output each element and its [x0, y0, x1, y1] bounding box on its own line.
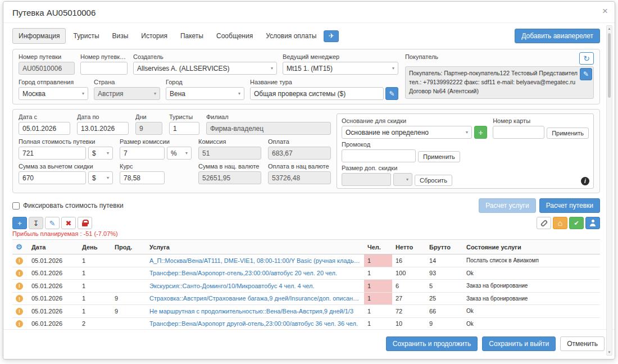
- reset-discount-button[interactable]: Сбросить: [415, 175, 452, 186]
- tourists-list-button[interactable]: [585, 217, 600, 229]
- tab-history[interactable]: История: [135, 29, 173, 43]
- close-icon[interactable]: ×: [602, 6, 608, 16]
- attach-file-button[interactable]: [537, 217, 551, 229]
- buyer-edit-button[interactable]: ✎: [580, 68, 592, 80]
- full-cost-input[interactable]: 721: [19, 147, 86, 160]
- delete-service-button[interactable]: ✖: [61, 217, 76, 229]
- cell-date: 05.01.2026: [28, 280, 79, 293]
- scrollbar-thumb[interactable]: [608, 33, 611, 98]
- table-row[interactable]: ! 05.01.2026 1 9 Страховка::Австрия/Стра…: [12, 292, 600, 305]
- discount-box: Основание для скидки Основание не опреде…: [337, 113, 594, 189]
- country-select[interactable]: Австрия ▾: [94, 87, 160, 100]
- delete-icon: ✖: [66, 219, 72, 228]
- tour-edit-button[interactable]: ✎: [385, 87, 398, 100]
- extra-discount-input: [342, 173, 391, 186]
- add-flight-button[interactable]: Добавить авиаперелет: [515, 29, 600, 43]
- cancel-button[interactable]: Отменить: [560, 336, 605, 351]
- table-row[interactable]: ! 05.01.2026 1 Экскурсия::Санто-Доминго/…: [12, 280, 600, 293]
- chevron-down-icon: ▾: [185, 151, 188, 156]
- warning-icon: !: [16, 308, 23, 315]
- creator-select[interactable]: Allservises A. (ALLSERVICES) ▾: [133, 62, 277, 75]
- service-link[interactable]: Экскурсия::Санто-Доминго/10/Микроавтобус…: [146, 280, 364, 293]
- discount-reason-select[interactable]: Основание не определено ▾: [342, 126, 472, 139]
- commission-rate-input[interactable]: 7: [120, 147, 165, 160]
- tourists-label: Туристы: [169, 113, 199, 120]
- service-link[interactable]: Трансфер::Вена/Аэропорт другой-отель,23:…: [146, 317, 364, 329]
- service-link[interactable]: А_П::Москва/Вена/АТ111, DME-VIE1, 08:00-…: [146, 254, 364, 267]
- net-sum-input[interactable]: 670: [19, 171, 86, 184]
- tab-tourists[interactable]: Туристы: [67, 29, 104, 43]
- avia-tab-button[interactable]: ✈: [324, 30, 339, 42]
- fix-cost-checkbox[interactable]: [12, 202, 20, 210]
- tab-messages[interactable]: Сообщения: [211, 29, 258, 43]
- tab-information[interactable]: Информация: [12, 28, 66, 44]
- calc-service-button[interactable]: Расчет услуги: [479, 198, 535, 213]
- tab-packages[interactable]: Пакеты: [175, 29, 209, 43]
- col-day[interactable]: День: [79, 240, 111, 254]
- buyer-line-1: Покупатель: Партнер-покупатель122 Тестов…: [409, 69, 578, 78]
- country-label: Страна: [94, 79, 160, 85]
- table-row[interactable]: ! 06.01.2026 2 Трансфер::Вена/Аэропорт д…: [12, 317, 600, 329]
- full-cost-field: Полная стоимость путевки 721 $ ▾: [19, 138, 113, 160]
- vertical-scrollbar[interactable]: ▲ ▼: [606, 25, 612, 356]
- col-gross[interactable]: Брутто: [426, 240, 463, 254]
- full-cost-currency-select[interactable]: $ ▾: [88, 147, 113, 160]
- col-status[interactable]: Состояние услуги: [463, 240, 600, 254]
- date-to-input[interactable]: 13.01.2026: [77, 122, 129, 135]
- confirm-services-button[interactable]: ✔: [569, 217, 584, 229]
- col-date[interactable]: Дата: [28, 240, 79, 254]
- tab-payment-terms[interactable]: Условия оплаты: [260, 29, 322, 43]
- service-link[interactable]: Не маршрутная с продолжительностью::Вена…: [146, 305, 364, 318]
- city-select[interactable]: Вена ▾: [166, 87, 244, 100]
- card-apply-button[interactable]: Применить: [547, 128, 589, 139]
- edit-service-button[interactable]: ✎: [45, 217, 60, 229]
- voucher-number-alt-input[interactable]: [80, 62, 128, 75]
- days-field: Дни 9: [135, 113, 162, 135]
- voucher-number-input: AU05010006: [19, 62, 75, 75]
- scroll-up-icon[interactable]: ▲: [607, 27, 612, 30]
- table-row[interactable]: ! 05.01.2026 1 Трансфер::Вена/Аэропорт-о…: [12, 267, 600, 280]
- cell-status: Заказ на бронирование: [463, 280, 600, 293]
- lead-manager-field: Ведущий менеджер Mt15 1. (MT15) ▾: [283, 53, 398, 75]
- table-row[interactable]: ! 05.01.2026 1 А_П::Москва/Вена/АТ111, D…: [12, 254, 600, 267]
- rate-input[interactable]: 78,58: [120, 171, 165, 184]
- col-pax[interactable]: Чел.: [364, 240, 392, 254]
- scroll-down-icon[interactable]: ▼: [607, 351, 612, 354]
- service-link[interactable]: Трансфер::Вена/Аэропорт-отель,23:00:00/а…: [146, 267, 364, 280]
- service-link[interactable]: Страховка::Австрия/Страхование багажа,9 …: [146, 292, 364, 305]
- col-service[interactable]: Услуга: [146, 240, 364, 254]
- chevron-down-icon: ▾: [154, 91, 156, 96]
- save-continue-button[interactable]: Сохранить и продолжить: [386, 336, 478, 351]
- departure-city-select[interactable]: Москва ▾: [19, 87, 88, 100]
- buyer-line-3: Договор №64 (Агентский): [409, 87, 578, 96]
- lock-service-button[interactable]: [78, 217, 92, 229]
- net-sum-currency-select[interactable]: $ ▾: [88, 171, 113, 184]
- import-service-button[interactable]: ↧: [29, 217, 43, 229]
- days-label: Дни: [135, 113, 162, 120]
- refresh-button[interactable]: ↻: [579, 52, 594, 65]
- date-from-input[interactable]: 05.01.2026: [19, 122, 70, 135]
- departure-city-field: Город отправления Москва ▾: [19, 79, 88, 100]
- tourists-input[interactable]: 1: [169, 122, 199, 135]
- tab-visas[interactable]: Визы: [107, 29, 134, 43]
- add-service-button[interactable]: +: [12, 217, 27, 229]
- lead-manager-select[interactable]: Mt15 1. (MT15) ▾: [283, 62, 398, 75]
- quota-button[interactable]: ⌂: [553, 217, 567, 229]
- save-exit-button[interactable]: Сохранить и выйти: [482, 336, 556, 351]
- add-discount-button[interactable]: +: [474, 126, 487, 139]
- extra-discount-unit-select[interactable]: ▾: [393, 173, 412, 186]
- table-settings-icon[interactable]: ⚙: [16, 243, 22, 251]
- card-number-input[interactable]: [493, 126, 544, 139]
- info-icon[interactable]: i: [581, 177, 589, 185]
- promo-apply-button[interactable]: Применить: [418, 151, 460, 162]
- tour-name-input[interactable]: Общая проверка системы ($): [250, 87, 384, 100]
- commission-unit-select[interactable]: % ▾: [167, 147, 192, 160]
- refresh-icon: ↻: [583, 54, 590, 63]
- calc-voucher-button[interactable]: Расчет путевки: [539, 198, 600, 213]
- departure-city-value: Москва: [22, 90, 46, 98]
- col-net[interactable]: Нетто: [392, 240, 426, 254]
- promocode-input[interactable]: [342, 149, 416, 162]
- col-duration[interactable]: Прод.: [111, 240, 146, 254]
- cell-date: 05.01.2026: [28, 292, 79, 305]
- table-row[interactable]: ! 05.01.2026 1 9 Не маршрутная с продолж…: [12, 305, 600, 318]
